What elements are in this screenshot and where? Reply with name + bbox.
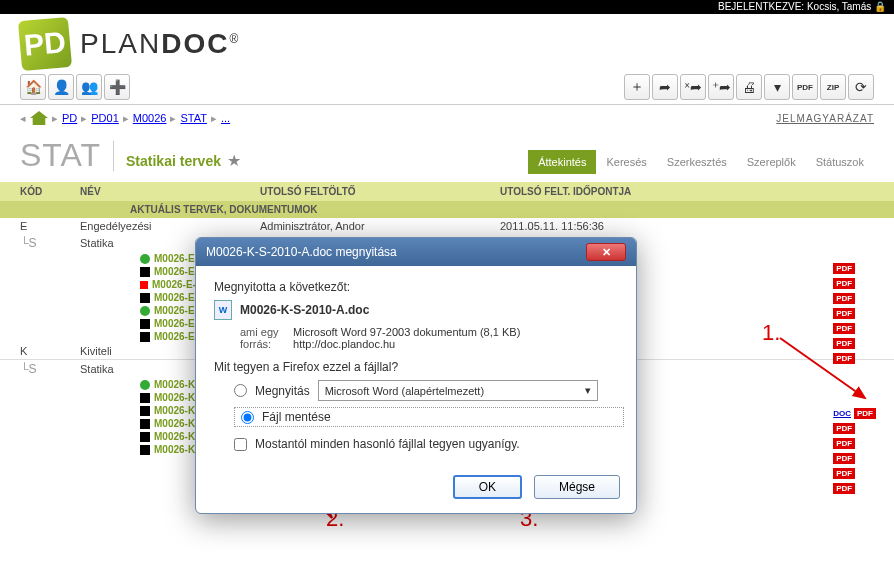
add-btn2[interactable]: ＋: [624, 74, 650, 100]
star-icon[interactable]: ★: [227, 151, 241, 170]
table-header: KÓD NÉV UTOLSÓ FELTÖLTŐ UTOLSÓ FELT. IDŐ…: [0, 182, 894, 201]
lock-icon: 🔒: [874, 1, 886, 12]
open-label: Megnyitás: [255, 384, 310, 398]
open-radio[interactable]: [234, 384, 247, 397]
users-button[interactable]: 👥: [76, 74, 102, 100]
pdf-badge[interactable]: PDF: [833, 353, 855, 364]
bullet-icon: [140, 306, 150, 316]
bullet-icon: [140, 419, 150, 429]
crumb-pd01[interactable]: PD01: [91, 112, 119, 124]
logo-text: PLANDOC®: [80, 28, 240, 60]
refresh-button[interactable]: ⟳: [848, 74, 874, 100]
breadcrumb-row: ◂ ▸ PD ▸ PD01 ▸ M0026 ▸ STAT ▸ ... JELMA…: [0, 105, 894, 129]
pdf-badge[interactable]: PDF: [833, 453, 855, 464]
tab-statuszok[interactable]: Státuszok: [806, 150, 874, 174]
cancel-button[interactable]: Mégse: [534, 475, 620, 499]
cell-nev: Engedélyezési: [80, 220, 260, 232]
tab-szerkesztes[interactable]: Szerkesztés: [657, 150, 737, 174]
logged-in-label: BEJELENTKEZVE:: [718, 1, 804, 12]
cell-ido: 2011.05.11. 11:56:36: [500, 220, 874, 232]
crumb-m0026[interactable]: M0026: [133, 112, 167, 124]
word-icon: W: [214, 300, 232, 320]
page-code: STAT: [20, 137, 101, 174]
th-feltolto: UTOLSÓ FELTÖLTŐ: [260, 186, 500, 197]
pdf-badge[interactable]: PDF: [833, 438, 855, 449]
source-label: forrás:: [240, 338, 290, 350]
pdf-badge[interactable]: PDF: [833, 323, 855, 334]
ok-button[interactable]: OK: [453, 475, 522, 499]
user-link[interactable]: Kocsis, Tamás: [807, 1, 871, 12]
top-strip: BEJELENTKEZVE: Kocsis, Tamás 🔒: [0, 0, 894, 14]
close-button[interactable]: ✕: [586, 243, 626, 261]
plus-fwd-button[interactable]: ⁺➦: [708, 74, 734, 100]
bullet-icon: [140, 267, 150, 277]
pdf-badge[interactable]: PDF: [833, 263, 855, 274]
add-button[interactable]: ➕: [104, 74, 130, 100]
save-label: Fájl mentése: [262, 410, 331, 424]
dialog-filename: M0026-K-S-2010-A.doc: [240, 303, 369, 317]
tabs: Áttekintés Keresés Szerkesztés Szereplők…: [528, 150, 874, 174]
dialog-titlebar: M0026-K-S-2010-A.doc megnyitása ✕: [196, 238, 636, 266]
app-select[interactable]: Microsoft Word (alapértelmezett) ▾: [318, 380, 598, 401]
pdf-badge[interactable]: PDF: [833, 278, 855, 289]
th-nev: NÉV: [80, 186, 260, 197]
pdf-badge[interactable]: PDF: [833, 293, 855, 304]
pdf-badge[interactable]: PDF: [833, 338, 855, 349]
registered-icon: ®: [229, 32, 240, 46]
bullet-icon: [140, 332, 150, 342]
bullet-icon: [140, 380, 150, 390]
pdf-button[interactable]: PDF: [792, 74, 818, 100]
logo-icon: PD: [18, 17, 72, 71]
cell-feltolto: Adminisztrátor, Andor: [260, 220, 500, 232]
crumb-stat[interactable]: STAT: [180, 112, 206, 124]
brand-bold: DOC: [161, 28, 229, 59]
bullet-icon: [140, 445, 150, 455]
doc-badge[interactable]: DOC: [833, 409, 851, 418]
tab-kereses[interactable]: Keresés: [596, 150, 656, 174]
bullet-icon: [140, 406, 150, 416]
remember-label: Mostantól minden hasonló fájllal tegyen …: [255, 437, 520, 451]
legend-link[interactable]: JELMAGYARÁZAT: [776, 113, 874, 124]
pdf-badge[interactable]: PDF: [854, 408, 876, 419]
home-icon[interactable]: [30, 111, 48, 125]
cell-kod: E: [20, 220, 80, 232]
table-row: E Engedélyezési Adminisztrátor, Andor 20…: [0, 218, 894, 234]
home-button[interactable]: 🏠: [20, 74, 46, 100]
th-idopont: UTOLSÓ FELT. IDŐPONTJA: [500, 186, 874, 197]
user-button[interactable]: 👤: [48, 74, 74, 100]
remember-checkbox[interactable]: [234, 438, 247, 451]
source-value: http://doc.plandoc.hu: [293, 338, 395, 350]
annotation-1: 1.: [762, 320, 780, 346]
tree-icon: └S: [20, 236, 80, 250]
x-fwd-button[interactable]: ˣ➦: [680, 74, 706, 100]
bullet-icon: [140, 432, 150, 442]
chevron-down-icon: ▾: [585, 384, 591, 397]
pdf-badge[interactable]: PDF: [833, 423, 855, 434]
tab-szereplok[interactable]: Szereplők: [737, 150, 806, 174]
th-kod: KÓD: [20, 186, 80, 197]
type-value: Microsoft Word 97-2003 dokumentum (8,1 K…: [293, 326, 520, 338]
divider: [113, 141, 114, 171]
fwd-button[interactable]: ➦: [652, 74, 678, 100]
print-button[interactable]: 🖨: [736, 74, 762, 100]
cell-kod: K: [20, 345, 80, 357]
breadcrumb: ◂ ▸ PD ▸ PD01 ▸ M0026 ▸ STAT ▸ ...: [20, 111, 230, 125]
tab-attekintes[interactable]: Áttekintés: [528, 150, 596, 174]
dropdown-button[interactable]: ▾: [764, 74, 790, 100]
pdf-badge[interactable]: PDF: [833, 483, 855, 494]
pdf-badge[interactable]: PDF: [833, 468, 855, 479]
bullet-icon: [140, 254, 150, 264]
save-radio[interactable]: [241, 411, 254, 424]
crumb-more[interactable]: ...: [221, 112, 230, 124]
zip-button[interactable]: ZIP: [820, 74, 846, 100]
type-label: ami egy: [240, 326, 290, 338]
pdf-badge[interactable]: PDF: [833, 308, 855, 319]
dialog-question: Mit tegyen a Firefox ezzel a fájllal?: [214, 360, 618, 374]
crumb-pd[interactable]: PD: [62, 112, 77, 124]
page-title: Statikai tervek: [126, 153, 221, 169]
brand-plain: PLAN: [80, 28, 161, 59]
header: PD PLANDOC®: [0, 14, 894, 74]
section-header: AKTUÁLIS TERVEK, DOKUMENTUMOK: [0, 201, 894, 218]
download-dialog: M0026-K-S-2010-A.doc megnyitása ✕ Megnyi…: [195, 237, 637, 514]
dialog-title-text: M0026-K-S-2010-A.doc megnyitása: [206, 245, 397, 259]
